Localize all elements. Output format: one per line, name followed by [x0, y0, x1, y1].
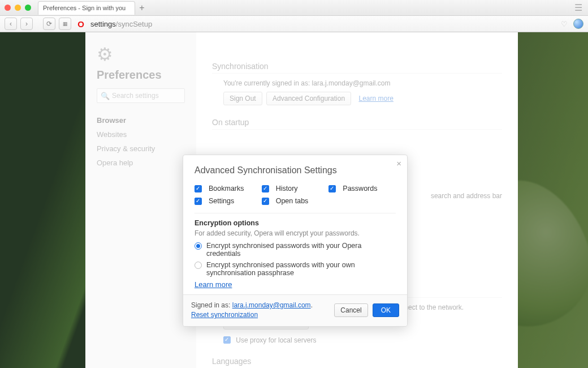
window-close-dot[interactable]	[5, 5, 11, 11]
reset-sync-link[interactable]: Reset synchronization	[191, 311, 258, 319]
footer-email-link[interactable]: lara.j.monday@gmail.com	[232, 301, 311, 309]
sync-bookmarks-checkbox[interactable]	[194, 185, 202, 192]
speed-dial-button[interactable]: ▦	[59, 18, 71, 30]
tab-menu-icon[interactable]: ☰	[574, 2, 582, 13]
encryption-learn-more-link[interactable]: Learn more	[194, 280, 232, 289]
new-tab-button[interactable]: +	[135, 1, 149, 15]
reload-button[interactable]: ⟳	[43, 18, 55, 30]
sync-passwords-checkbox[interactable]	[328, 185, 336, 192]
sync-passwords-label: Passwords	[343, 185, 377, 192]
window-minimize-dot[interactable]	[15, 5, 21, 11]
dialog-ok-button[interactable]: OK	[373, 303, 399, 317]
address-bar[interactable]: settings/syncSetup	[90, 20, 557, 28]
encrypt-own-passphrase-radio[interactable]	[194, 262, 202, 269]
sync-settings-checkbox[interactable]	[194, 198, 202, 205]
window-zoom-dot[interactable]	[25, 5, 31, 11]
back-button[interactable]: ‹	[5, 18, 17, 30]
sync-history-checkbox[interactable]	[262, 185, 269, 192]
favorites-icon[interactable]: ♡	[561, 20, 568, 28]
encrypt-opera-credentials-radio[interactable]	[194, 242, 202, 250]
encrypt-own-passphrase-label: Encrypt synchronised passwords with your…	[206, 261, 396, 277]
browser-tab[interactable]: Preferences - Sign in with you	[38, 1, 135, 15]
dialog-title: Advanced Synchronisation Settings	[194, 165, 396, 176]
dialog-close-button[interactable]: ×	[396, 159, 401, 168]
footer-signed-in-text: Signed in as:	[191, 301, 232, 309]
sync-open-tabs-checkbox[interactable]	[262, 198, 269, 205]
opera-logo-icon: O	[75, 18, 87, 30]
profile-avatar-icon[interactable]	[573, 19, 583, 29]
encryption-options-title: Encryption options	[194, 219, 396, 227]
forward-button[interactable]: ›	[20, 18, 33, 30]
sync-history-label: History	[276, 185, 298, 192]
dialog-cancel-button[interactable]: Cancel	[334, 303, 368, 317]
sync-open-tabs-label: Open tabs	[276, 197, 309, 205]
url-host: settings	[90, 20, 116, 28]
advanced-sync-dialog: × Advanced Synchronisation Settings Book…	[183, 155, 408, 327]
sync-bookmarks-label: Bookmarks	[209, 185, 244, 192]
encryption-options-desc: For added security, Opera will encrypt y…	[194, 229, 396, 237]
tab-title: Preferences - Sign in with you	[43, 5, 126, 11]
encrypt-opera-credentials-label: Encrypt synchronised passwords with your…	[206, 242, 396, 258]
sync-settings-label: Settings	[209, 197, 234, 205]
url-path: /syncSetup	[116, 20, 152, 28]
